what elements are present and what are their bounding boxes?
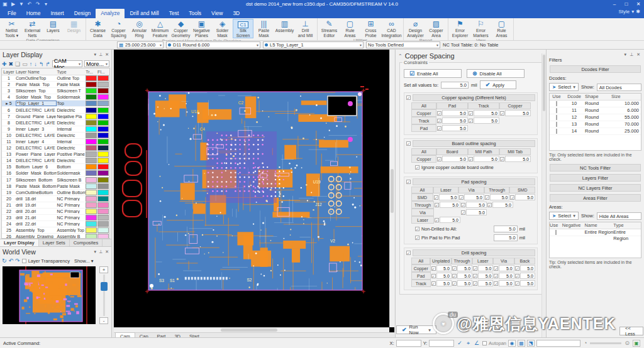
rule-areas-button[interactable]: ▢Rule Areas (340, 19, 360, 38)
maximize-button[interactable]: □ (621, 1, 632, 8)
flash-color-swatch[interactable] (97, 114, 109, 119)
copper-area-button[interactable]: ▨Copper Area (426, 19, 447, 38)
cell-checkbox[interactable]: ✓ (434, 195, 438, 200)
flash-color-swatch[interactable] (97, 126, 109, 132)
cell-value-input[interactable]: 5.0 (474, 117, 499, 124)
layer-name[interactable]: Assembly_Top (16, 228, 57, 232)
cell-checkbox[interactable]: ✓ (485, 195, 489, 200)
trace-color-swatch[interactable] (86, 139, 97, 144)
cell-checkbox[interactable]: ✓ (452, 274, 457, 278)
rotate-right-icon[interactable]: ↷ (15, 258, 20, 264)
table-row[interactable]: 11Inner_Layer_4Internal (2, 139, 109, 145)
trace-color-swatch[interactable] (86, 107, 97, 113)
delete-layer-icon[interactable]: ✖ (9, 61, 14, 67)
flash-color-swatch[interactable] (97, 94, 109, 100)
trace-color-swatch[interactable] (86, 75, 97, 81)
layer-name[interactable]: Inner_Layer_4 (16, 139, 57, 144)
save-icon[interactable]: ▼ (18, 1, 25, 7)
layer-name[interactable]: Paste_Mask_Bottom (16, 184, 57, 188)
table-row[interactable]: 15Bottom_Layer_6Bottom (2, 164, 109, 170)
use-checkbox[interactable] (550, 121, 564, 128)
trace-color-swatch[interactable] (86, 145, 97, 151)
cell-value-input[interactable]: 5.0 (440, 217, 460, 223)
flash-color-swatch[interactable] (97, 101, 109, 106)
trace-color-swatch[interactable] (86, 227, 97, 233)
dcodes-filter-bar[interactable]: Dcodes Filter (550, 65, 641, 73)
flash-color-swatch[interactable] (97, 107, 109, 113)
table-row[interactable]: Entire RegionEntire Region (550, 229, 641, 236)
flash-color-swatch[interactable] (97, 151, 109, 157)
layer-transparency-checkbox[interactable] (22, 259, 26, 263)
undo-icon[interactable]: ↶ (26, 1, 33, 7)
cell-checkbox[interactable]: ✓ (473, 274, 477, 278)
use-checkbox[interactable] (550, 107, 564, 114)
column-header[interactable]: Type (613, 222, 641, 229)
paste-after-icon[interactable]: ↱ (45, 61, 50, 67)
remove-layer-icon[interactable]: ▭ (22, 61, 28, 67)
panel-scrollbar[interactable] (541, 53, 546, 337)
layer-name[interactable]: Solder_Mask_Top (16, 95, 57, 99)
nc-layers-filter-bar[interactable]: NC Layers Filter (550, 184, 641, 192)
trace-color-swatch[interactable] (86, 196, 97, 202)
column-header[interactable]: Use (550, 222, 562, 229)
cam-mode-combo[interactable]: CAM Moc▾ (52, 60, 82, 67)
layer-name[interactable]: DIELECTRIC_LAYE (16, 121, 57, 125)
flash-color-swatch[interactable] (97, 234, 109, 239)
angle-icon[interactable]: ∠ (474, 340, 479, 346)
table-row[interactable]: 13Power_Plane_Layer_5Positive Plane (2, 151, 109, 158)
redo-icon[interactable]: ↷ (35, 1, 41, 7)
layer-name[interactable]: Silkscreen_Top (16, 89, 57, 93)
table-row[interactable]: 11Round6.000 (550, 107, 641, 114)
layers-button[interactable]: ▤Layers (43, 19, 64, 38)
close-icon[interactable]: ✕ (636, 52, 640, 57)
cell-checkbox[interactable]: ✓ (435, 203, 439, 207)
cell-checkbox[interactable]: ✓ (431, 266, 436, 271)
cell-value-input[interactable]: 5.0 (474, 156, 499, 162)
ortho-toggle-icon[interactable]: ⬔ (527, 340, 535, 347)
cell-value-input[interactable]: 5.0 (442, 110, 468, 116)
cell-checkbox[interactable]: ✓ (437, 126, 441, 131)
column-header[interactable]: Fl... (97, 70, 109, 74)
flash-color-swatch[interactable] (97, 145, 109, 151)
apply-coords-icon[interactable]: ✓ (457, 340, 462, 346)
column-header[interactable]: Use (550, 94, 564, 100)
tab-layer-sets[interactable]: Layer Sets (39, 239, 70, 246)
cad-integration-button[interactable]: ∞CAD Integration (381, 19, 402, 38)
layer-name[interactable]: drill_18.drl (16, 197, 57, 201)
paste-mask-button[interactable]: |||Paste Mask (253, 19, 274, 38)
layer-name[interactable]: Silkscreen_Bottom (16, 178, 57, 182)
snap-mode-icon[interactable]: ◉ (508, 340, 516, 347)
zoom-in-button[interactable]: + (99, 266, 108, 273)
flash-color-swatch[interactable] (97, 215, 109, 220)
cell-checkbox[interactable]: ✓ (452, 281, 457, 286)
cell-checkbox[interactable]: ✓ (473, 266, 477, 271)
flash-color-swatch[interactable] (97, 177, 109, 183)
menu-file[interactable]: File (3, 9, 21, 18)
use-checkbox[interactable] (550, 229, 562, 236)
table-row[interactable]: 19ComOutlineBottomOutline Bottom (2, 190, 109, 196)
table-row[interactable]: 12Round55.000 (550, 114, 641, 121)
copper-spacing-button[interactable]: ◔Copper Spacing (108, 19, 129, 38)
rule-areas-view-button[interactable]: ▢Rule Areas (491, 19, 512, 38)
table-row[interactable]: 14DIELECTRIC_LAYEDielectric (2, 158, 109, 164)
layer-name[interactable]: Ground_Plane_Laye (16, 114, 57, 119)
status-slider[interactable] (590, 342, 621, 344)
menu-test[interactable]: Test (164, 9, 184, 18)
use-checkbox[interactable] (550, 101, 564, 107)
flash-color-swatch[interactable] (97, 158, 109, 163)
layer-name[interactable]: Paste_Mask_Top (16, 82, 57, 87)
cell-value-input[interactable]: 5.0 (478, 273, 493, 279)
gear-icon[interactable]: ✱ (636, 9, 640, 14)
paste-before-icon[interactable]: ↰ (39, 61, 44, 67)
flash-color-swatch[interactable] (97, 183, 109, 189)
solder-mask-button[interactable]: ◈Solder Mask (212, 19, 233, 38)
layer-name[interactable]: Power_Plane_Layer_5 (16, 152, 57, 156)
annular-ring-button[interactable]: ◎Annular Ring (129, 19, 150, 38)
autopan-checkbox[interactable] (482, 341, 487, 345)
x-coordinate-input[interactable] (396, 340, 421, 347)
cell-checkbox[interactable]: ✓ (515, 281, 519, 286)
cell-value-input[interactable]: 5.0 (492, 202, 513, 208)
menu-home[interactable]: Home (21, 9, 46, 18)
netlist-tools-button[interactable]: ✂Netlist Tools ▾ (1, 19, 22, 38)
areas-show-value[interactable]: Hide All Areas (597, 212, 641, 220)
